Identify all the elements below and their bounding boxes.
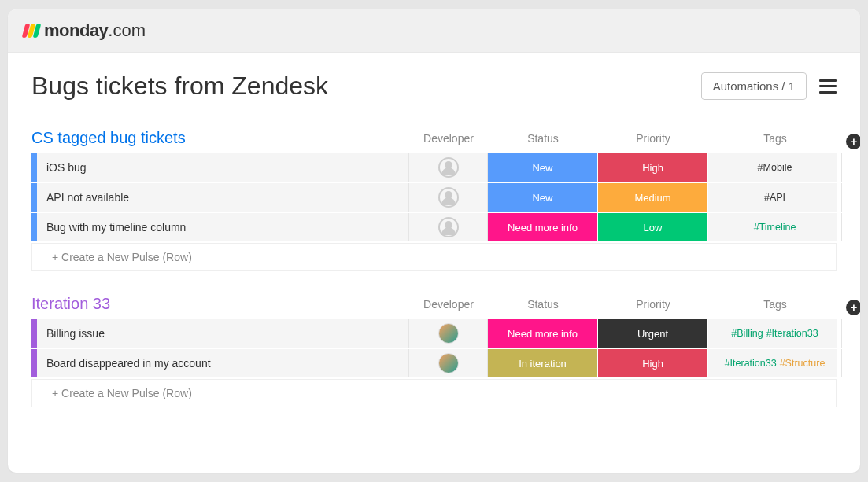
avatar	[438, 353, 459, 373]
cell-priority[interactable]: Low	[598, 213, 708, 241]
cell-tags[interactable]: #Iteration33#Structure	[708, 349, 842, 377]
column-header-tags[interactable]: Tags	[708, 132, 842, 151]
tag[interactable]: #Mobile	[758, 162, 792, 173]
row-accent	[31, 153, 37, 182]
table-row[interactable]: iOS bugNewHigh#Mobile	[31, 153, 837, 182]
tag[interactable]: #Billing	[731, 328, 763, 339]
row-name[interactable]: Board disappeared in my account	[37, 349, 409, 377]
table-row[interactable]: Billing issueNeed more infoUrgent#Billin…	[31, 319, 837, 348]
row-name[interactable]: iOS bug	[37, 153, 409, 182]
cell-developer[interactable]	[409, 213, 488, 241]
new-pulse-row[interactable]: + Create a New Pulse (Row)	[31, 243, 837, 271]
plus-icon: +	[846, 300, 860, 315]
avatar-empty-icon	[438, 187, 459, 208]
cell-priority[interactable]: High	[598, 349, 708, 377]
brand-name-bold: monday	[44, 20, 108, 41]
cell-status[interactable]: New	[488, 153, 598, 182]
row-accent	[31, 213, 37, 241]
column-header-developer[interactable]: Developer	[409, 298, 488, 317]
cell-status[interactable]: Need more info	[488, 319, 598, 348]
cell-status[interactable]: New	[488, 183, 598, 212]
cell-trail	[842, 183, 860, 212]
group-title[interactable]: Iteration 33	[31, 295, 409, 319]
tag[interactable]: #API	[764, 192, 785, 203]
column-header-status[interactable]: Status	[488, 132, 598, 151]
cell-priority[interactable]: Urgent	[598, 319, 708, 348]
add-column-button[interactable]: +	[842, 134, 860, 149]
table-row[interactable]: Bug with my timeline columnNeed more inf…	[31, 213, 837, 241]
cell-status[interactable]: In iteration	[488, 349, 598, 377]
table-row[interactable]: Board disappeared in my accountIn iterat…	[31, 349, 837, 377]
cell-trail	[842, 153, 860, 182]
tag[interactable]: #Structure	[780, 358, 826, 369]
cell-tags[interactable]: #API	[708, 183, 842, 212]
menu-icon[interactable]	[819, 79, 837, 94]
column-header-status[interactable]: Status	[488, 298, 598, 317]
cell-developer[interactable]	[409, 153, 488, 182]
avatar-empty-icon	[438, 217, 459, 237]
new-pulse-label: + Create a New Pulse (Row)	[38, 387, 192, 399]
automations-button[interactable]: Automations / 1	[701, 72, 807, 100]
page-title: Bugs tickets from Zendesk	[31, 72, 328, 101]
tag[interactable]: #Timeline	[754, 222, 796, 233]
brand-logo: monday.com	[24, 20, 146, 41]
row-name[interactable]: Bug with my timeline column	[37, 213, 409, 241]
cell-priority[interactable]: Medium	[598, 183, 708, 212]
tag[interactable]: #Iteration33	[766, 328, 818, 339]
cell-status[interactable]: Need more info	[488, 213, 598, 241]
row-accent	[31, 319, 37, 348]
cell-trail	[842, 213, 860, 241]
tag[interactable]: #Iteration33	[725, 358, 777, 369]
cell-developer[interactable]	[409, 349, 488, 377]
table-row[interactable]: API not availableNewMedium#API	[31, 183, 837, 212]
new-pulse-row[interactable]: + Create a New Pulse (Row)	[31, 379, 837, 407]
column-header-developer[interactable]: Developer	[409, 132, 488, 151]
group: CS tagged bug ticketsDeveloperStatusPrio…	[31, 129, 837, 271]
plus-icon: +	[846, 134, 860, 149]
cell-developer[interactable]	[409, 319, 488, 348]
group-header: CS tagged bug ticketsDeveloperStatusPrio…	[31, 129, 837, 153]
avatar	[438, 323, 459, 344]
logo-mark-icon	[24, 24, 39, 38]
add-column-button[interactable]: +	[842, 300, 860, 315]
row-name[interactable]: API not available	[37, 183, 409, 212]
cell-tags[interactable]: #Billing#Iteration33	[708, 319, 842, 348]
column-header-priority[interactable]: Priority	[598, 298, 708, 317]
cell-developer[interactable]	[409, 183, 488, 212]
row-name[interactable]: Billing issue	[37, 319, 409, 348]
column-header-tags[interactable]: Tags	[708, 298, 842, 317]
row-accent	[31, 349, 37, 377]
group: Iteration 33DeveloperStatusPriorityTags+…	[31, 295, 837, 407]
cell-priority[interactable]: High	[598, 153, 708, 182]
new-pulse-label: + Create a New Pulse (Row)	[38, 251, 192, 263]
cell-trail	[842, 349, 860, 377]
group-title[interactable]: CS tagged bug tickets	[31, 129, 409, 153]
group-header: Iteration 33DeveloperStatusPriorityTags+	[31, 295, 837, 319]
avatar-empty-icon	[438, 157, 459, 178]
cell-trail	[842, 319, 860, 348]
column-header-priority[interactable]: Priority	[598, 132, 708, 151]
row-accent	[31, 183, 37, 212]
top-bar: monday.com	[8, 9, 860, 53]
brand-name-light: .com	[108, 20, 146, 41]
cell-tags[interactable]: #Timeline	[708, 213, 842, 241]
cell-tags[interactable]: #Mobile	[708, 153, 842, 182]
